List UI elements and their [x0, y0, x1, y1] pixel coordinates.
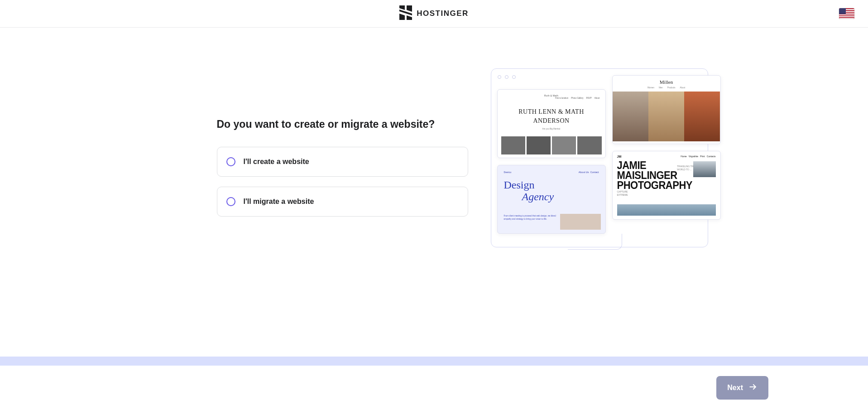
brand-logo: HOSTINGER — [399, 5, 469, 22]
radio-icon — [226, 197, 235, 206]
template-thumb-fashion: Millen Women Men Products About — [612, 75, 721, 144]
svg-rect-7 — [839, 8, 846, 14]
brand-name: HOSTINGER — [417, 9, 469, 18]
radio-icon — [226, 157, 235, 166]
svg-rect-4 — [839, 14, 854, 15]
header: HOSTINGER — [0, 0, 868, 28]
template-thumb-agency: Desico About Us Contact Design Agency Fr… — [497, 165, 606, 234]
option-label: I'll migrate a website — [244, 198, 314, 206]
browser-dots-icon — [498, 75, 516, 79]
main-content: Do you want to create or migrate a websi… — [126, 28, 742, 272]
page-title: Do you want to create or migrate a websi… — [217, 118, 468, 130]
option-label: I'll create a website — [244, 158, 309, 166]
template-thumb-wedding: Ruth & Math Find a location Photo Galler… — [497, 89, 606, 158]
locale-flag-us[interactable] — [839, 8, 854, 19]
svg-rect-6 — [839, 18, 854, 19]
hostinger-logo-icon — [399, 5, 412, 22]
option-create-website[interactable]: I'll create a website — [217, 147, 468, 177]
frame-tail — [568, 234, 622, 250]
question-panel: Do you want to create or migrate a websi… — [126, 68, 468, 227]
svg-rect-5 — [839, 16, 854, 17]
illustration-panel: Ruth & Math Find a location Photo Galler… — [491, 68, 742, 254]
template-thumb-photography: JM Home Virgrafnie Print Contacts TRAVEL… — [612, 151, 721, 220]
option-migrate-website[interactable]: I'll migrate a website — [217, 187, 468, 217]
